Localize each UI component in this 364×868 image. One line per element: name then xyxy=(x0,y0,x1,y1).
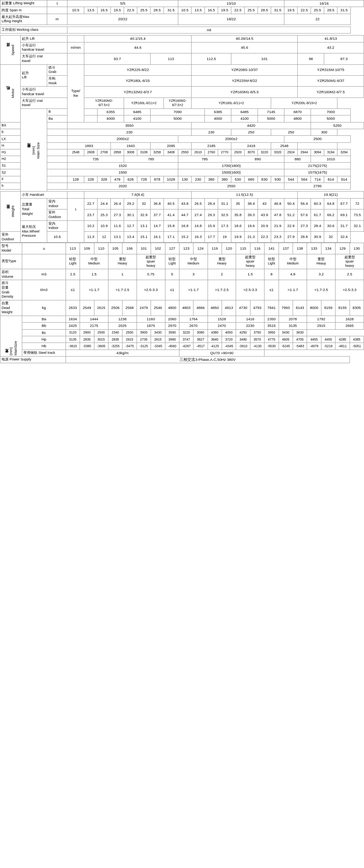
max-wheel-pressure-label: 最大轮压Max.WheelPressure xyxy=(20,220,47,243)
hook-label: 吊钩Hook xyxy=(47,75,67,86)
bc-grab-label: Bc xyxy=(22,329,66,336)
power-supply-label: 电源 Power Supply xyxy=(0,357,66,363)
handcart-label: 小车 Handcart xyxy=(20,192,67,198)
h2-val-2: 785 xyxy=(124,156,178,162)
dead-weight-unit: kg xyxy=(22,300,66,316)
steel-track-val-left: 43kg/m xyxy=(66,350,179,356)
h2-val-3: 785 xyxy=(178,156,231,162)
volume-unit: m3 xyxy=(22,269,66,280)
grab-specs-table: 型号Model u 113 109 110 105 106 101 102 12… xyxy=(0,243,364,363)
working-class-label: 工作级别 Working class xyxy=(0,27,67,34)
lifting-weight-5-5: 5/5 xyxy=(67,0,178,7)
s2-unit xyxy=(47,169,67,176)
h-val-4: 2185 xyxy=(192,142,231,149)
power-supply-val: 三相交流3-Phase,A.C,50Hz 380V xyxy=(66,357,350,363)
bx-val-10-10: 4420 xyxy=(192,122,311,129)
total-weight-label: 总重量TotalWeight xyxy=(20,198,47,220)
main-size-grab-label: 主要尺寸(mm)MainSize xyxy=(0,316,22,357)
ba-val-8: 5000 xyxy=(311,115,351,122)
crat-unit xyxy=(67,53,84,64)
weight-unit-t: t xyxy=(67,198,84,220)
b-val-2: 6485 xyxy=(124,109,151,115)
b-small-val-10-10b: 250 xyxy=(231,129,271,136)
h2-val-5: 880 xyxy=(284,156,311,162)
ba-val-4: 4000 xyxy=(205,115,231,122)
lift-speed-5-5: 40.1/15.4 xyxy=(84,36,192,42)
h-val-2: 1943 xyxy=(111,142,151,149)
speed-unit xyxy=(67,36,84,42)
hook-motor-5-5: YZR180L-6/15 xyxy=(84,75,192,86)
b-label: B xyxy=(47,109,84,115)
crat-speed-5-5a: 93.7 xyxy=(84,53,151,64)
speed-label: 速度Speed xyxy=(0,36,21,64)
outdoor-pressure-label: 室外Outdoor xyxy=(0,231,21,242)
hook-motor-10-10: YZR225M-8/22 xyxy=(192,75,298,86)
b-unit xyxy=(84,109,98,115)
h2-val-1: 735 xyxy=(67,156,124,162)
h-val-6: 2548 xyxy=(271,142,298,149)
ba-unit xyxy=(84,115,98,122)
lift-speed-label: 起升 Lift xyxy=(20,36,67,42)
span-label: 跨度 Span m xyxy=(0,7,47,14)
s2-val-5-5: 1500 xyxy=(67,169,178,176)
lx-unit xyxy=(47,136,67,142)
crat-speed-16-16b: 87.3 xyxy=(324,53,364,64)
b-val-7: 6870 xyxy=(284,109,311,115)
hp-grab-label: Hp xyxy=(22,336,66,343)
handcar-speed-10-10: 45.6 xyxy=(192,42,298,53)
main-size-outer-label: 主要尺寸(mm)Main Size xyxy=(20,109,47,192)
ba-label: Ba xyxy=(47,115,84,122)
handcart-val-10-10: 11.5(12.5) xyxy=(192,192,298,198)
s1-unit xyxy=(47,163,67,169)
pressure-unit xyxy=(67,220,84,243)
crat-motor-10-10b: YZR160L-6/11×2 xyxy=(192,98,271,108)
working-class-value: A6 xyxy=(67,27,351,34)
handcart-unit xyxy=(67,192,84,198)
handcar-speed-16-16: 43.2 xyxy=(298,42,364,53)
b-val-8: 7000 xyxy=(311,109,351,115)
weight-label: 重量Weight xyxy=(0,192,21,231)
lx-val-5-5: 2000±2 xyxy=(67,136,178,142)
h-small-val-5-5: 2020 xyxy=(67,183,178,190)
crat-speed-5-5b: 113 xyxy=(151,53,192,64)
height-16-16: 22 xyxy=(284,14,351,25)
crat-travel-label: 大车运行 crattravel xyxy=(20,53,67,64)
indoor-label: 室内Indoor xyxy=(47,198,67,209)
b-small-val-16-16b: 300 xyxy=(311,129,337,136)
b-val-4: 6385 xyxy=(205,109,231,115)
crat-speed-10-10a: 112.5 xyxy=(192,53,231,64)
ba-val-6: 5000 xyxy=(258,115,284,122)
steel-track-label: 带用钢轨 Steel track xyxy=(22,350,66,356)
s1-val-10-10: 1700(1800) xyxy=(178,163,284,169)
b-val-5: 6485 xyxy=(231,109,258,115)
s1-val-16-16: 2175(2275) xyxy=(284,163,351,169)
type-label: 类型Type xyxy=(0,254,22,269)
bb-grab-label: Bb xyxy=(22,323,66,329)
bx-unit xyxy=(47,122,67,129)
density-unit: t/m3 xyxy=(22,280,66,300)
b-small-val-16-16a: 250 xyxy=(271,129,311,136)
crat-speed-10-10b: 101 xyxy=(231,53,298,64)
s1-val-5-5: 1520 xyxy=(67,163,178,169)
lift-motor-label: 起升Lift xyxy=(20,64,47,87)
model-unit: u xyxy=(22,243,66,254)
max-lift-height-label: 最大起升高度MaxLifting Height xyxy=(0,14,47,25)
type-unit xyxy=(22,254,66,269)
model-number-label: 型号Model xyxy=(0,243,22,254)
crat-motor-5-5b: YZR160L-6/11×2 xyxy=(124,98,164,108)
grab-motor-16-16: YZR315M-10/75 xyxy=(298,64,364,75)
handcar-unit: m/min xyxy=(67,42,84,53)
lx-val-10-10: 2000±2 xyxy=(178,136,284,142)
handcart-val-16-16: 19.9(21) xyxy=(298,192,364,198)
ba-val-7: 4800 xyxy=(284,115,311,122)
h-val-5: 2418 xyxy=(231,142,271,149)
grab-density-label: 抓斗容量GrabDensity xyxy=(0,280,22,300)
lifting-weight-16-16: 16/16 xyxy=(284,0,364,7)
s2-val-16-16: 1575(1675) xyxy=(284,169,351,176)
b-small-val-10-10a: 230 xyxy=(192,129,231,136)
grab-motor-5-5: YZR225-8/22 xyxy=(84,64,192,75)
h-val-7 xyxy=(298,142,337,149)
ba-val-5: 4100 xyxy=(231,115,258,122)
crat-speed-16-16a: 98 xyxy=(298,53,324,64)
unit-t: t xyxy=(47,0,67,7)
